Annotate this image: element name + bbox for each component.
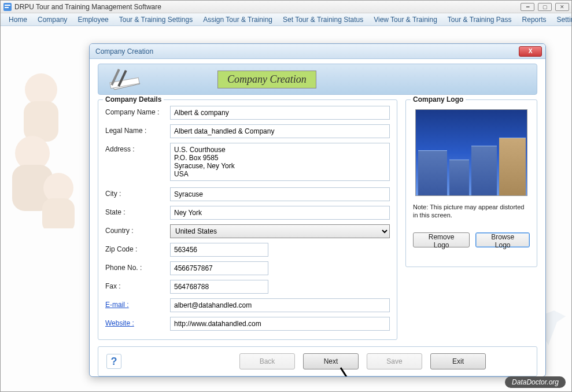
menu-tour-settings[interactable]: Tour & Training Settings [115,14,197,25]
menu-view-tour[interactable]: View Tour & Training [369,14,442,25]
title-bar: DRPU Tour and Training Management Softwa… [1,1,571,13]
watermark: DataDoctor.org [505,376,566,388]
remove-logo-button[interactable]: Remove Logo [413,232,470,247]
label-state: State : [105,206,170,216]
back-button: Back [239,353,295,369]
exit-button[interactable]: Exit [430,353,486,369]
menu-home[interactable]: Home [4,14,32,25]
minimize-button[interactable]: ━ [521,3,534,11]
label-country: Country : [105,224,170,235]
svg-rect-8 [42,198,75,228]
label-address: Address : [105,143,170,153]
label-phone: Phone No. : [105,261,170,272]
app-window: DRPU Tour and Training Management Softwa… [0,0,572,392]
city-input[interactable] [170,187,390,201]
close-app-button[interactable]: ✕ [555,3,569,11]
company-creation-dialog: Company Creation X Company Creation Comp… [89,43,546,377]
label-legal-name: Legal Name : [105,124,170,135]
svg-rect-1 [5,5,10,6]
menu-employee[interactable]: Employee [73,14,113,25]
state-input[interactable] [170,206,390,220]
help-icon[interactable]: ? [106,354,121,369]
menu-tour-pass[interactable]: Tour & Training Pass [443,14,516,25]
company-details-fieldset: Company Details Company Name : Legal Nam… [98,99,397,340]
dialog-title-bar: Company Creation X [90,44,545,59]
dialog-body: Company Creation Company Details Company… [90,59,545,376]
next-button[interactable]: Next [303,353,359,369]
phone-input[interactable] [170,261,268,275]
company-name-input[interactable] [170,106,390,120]
window-controls: ━ ▢ ✕ [521,3,569,11]
browse-logo-button[interactable]: Browse Logo [475,232,530,247]
dialog-footer: ? Back Next Save Exit [98,346,537,376]
menu-reports[interactable]: Reports [518,14,551,25]
email-input[interactable] [170,298,390,312]
content-area: Company Creation X Company Creation Comp… [1,26,571,391]
main-row: Company Details Company Name : Legal Nam… [98,99,537,342]
svg-rect-4 [24,101,58,142]
notebook-pen-icon [108,66,148,92]
app-title: DRPU Tour and Training Management Softwa… [14,3,521,11]
label-email-link[interactable]: E-mail : [105,298,170,309]
fax-input[interactable] [170,280,268,294]
zip-input[interactable] [170,243,268,257]
label-fax: Fax : [105,280,170,290]
company-logo-image [415,109,527,196]
label-zip: Zip Code : [105,243,170,253]
svg-point-3 [25,73,57,106]
maximize-button[interactable]: ▢ [538,3,552,11]
menu-company[interactable]: Company [33,14,72,25]
country-select[interactable]: United States [170,224,390,238]
menu-settings[interactable]: Settings [552,14,572,25]
label-city: City : [105,187,170,198]
menu-set-status[interactable]: Set Tour & Training Status [278,14,368,25]
app-icon [3,2,12,12]
company-details-legend: Company Details [103,95,164,103]
dialog-close-button[interactable]: X [519,46,542,57]
label-company-name: Company Name : [105,106,170,116]
company-logo-fieldset: Company Logo Note: This picture may appe… [405,99,537,267]
svg-rect-2 [5,7,9,8]
dialog-title-text: Company Creation [95,47,519,56]
menu-bar: Home Company Employee Tour & Training Se… [1,13,571,26]
menu-assign-tour[interactable]: Assign Tour & Training [198,14,277,25]
save-button: Save [367,353,422,369]
label-website-link[interactable]: Website : [105,317,170,327]
address-textarea[interactable] [170,143,390,181]
legal-name-input[interactable] [170,124,390,138]
logo-note: Note: This picture may appear distorted … [413,203,530,220]
company-logo-legend: Company Logo [411,95,466,103]
website-input[interactable] [170,317,390,331]
dialog-banner: Company Creation [98,64,537,95]
banner-title: Company Creation [217,71,316,88]
